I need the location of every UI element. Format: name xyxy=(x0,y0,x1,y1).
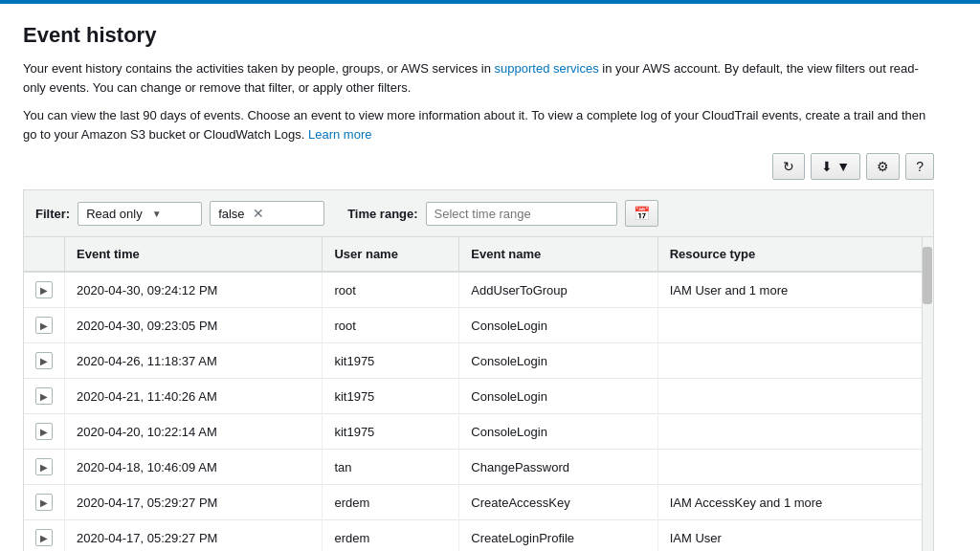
filter-selected-value: Read only xyxy=(86,207,143,221)
calendar-icon: 📅 xyxy=(634,206,650,221)
event-name-header: Event name xyxy=(459,237,657,272)
expand-row-button[interactable]: ▶ xyxy=(35,494,53,511)
resource-type-cell xyxy=(657,414,933,450)
expand-row-button[interactable]: ▶ xyxy=(35,529,53,546)
help-button[interactable]: ? xyxy=(905,153,934,180)
expand-cell: ▶ xyxy=(24,379,65,414)
chevron-down-icon: ▼ xyxy=(152,209,162,219)
time-range-label: Time range: xyxy=(347,207,417,221)
resource-type-cell xyxy=(657,308,933,343)
resource-type-cell: IAM AccessKey and 1 more xyxy=(657,485,933,520)
download-button[interactable]: ⬇ ▼ xyxy=(811,153,860,180)
supported-services-link[interactable]: supported services xyxy=(495,61,599,76)
event-time-cell: 2020-04-26, 11:18:37 AM xyxy=(65,343,323,379)
table-row[interactable]: ▶ 2020-04-26, 11:18:37 AM kit1975 Consol… xyxy=(24,343,933,379)
settings-button[interactable]: ⚙ xyxy=(866,153,900,180)
description-2: You can view the last 90 days of events.… xyxy=(23,106,934,143)
description-1: Your event history contains the activiti… xyxy=(23,59,934,97)
expand-row-button[interactable]: ▶ xyxy=(35,352,53,369)
filter-value-box: false ✕ xyxy=(210,201,324,226)
user-name-cell: kit1975 xyxy=(323,343,459,379)
calendar-button[interactable]: 📅 xyxy=(625,200,658,227)
event-time-header: Event time xyxy=(65,237,323,272)
user-name-cell: root xyxy=(323,272,459,308)
expand-cell: ▶ xyxy=(24,485,65,520)
user-name-cell: erdem xyxy=(323,520,459,552)
filter-value-text: false xyxy=(218,207,244,221)
download-arrow-icon: ▼ xyxy=(836,159,850,174)
expand-cell: ▶ xyxy=(24,272,65,308)
help-icon: ? xyxy=(916,159,924,174)
page-title: Event history xyxy=(23,23,934,48)
event-name-cell: ConsoleLogin xyxy=(459,308,657,343)
resource-type-cell: IAM User and 1 more xyxy=(657,272,933,308)
user-name-cell: root xyxy=(323,308,459,343)
table-row[interactable]: ▶ 2020-04-18, 10:46:09 AM tan ChangePass… xyxy=(24,450,933,485)
expand-row-button[interactable]: ▶ xyxy=(35,423,53,440)
resource-type-cell: IAM User xyxy=(657,520,933,552)
expand-cell: ▶ xyxy=(24,414,65,450)
event-time-cell: 2020-04-20, 10:22:14 AM xyxy=(65,414,323,450)
event-time-cell: 2020-04-30, 09:23:05 PM xyxy=(65,308,323,343)
event-name-cell: CreateAccessKey xyxy=(459,485,657,520)
scrollbar[interactable] xyxy=(922,237,933,551)
expand-row-button[interactable]: ▶ xyxy=(35,458,53,475)
resource-type-cell xyxy=(657,450,933,485)
event-name-cell: ConsoleLogin xyxy=(459,343,657,379)
filter-dropdown[interactable]: Read only ▼ xyxy=(78,202,202,226)
event-name-cell: ConsoleLogin xyxy=(459,414,657,450)
table-row[interactable]: ▶ 2020-04-17, 05:29:27 PM erdem CreateLo… xyxy=(24,520,933,552)
expand-cell: ▶ xyxy=(24,343,65,379)
table-row[interactable]: ▶ 2020-04-30, 09:24:12 PM root AddUserTo… xyxy=(24,272,933,308)
event-name-cell: ConsoleLogin xyxy=(459,379,657,414)
clear-filter-button[interactable]: ✕ xyxy=(251,206,266,221)
expand-column-header xyxy=(24,237,65,272)
download-icon: ⬇ xyxy=(821,159,833,174)
event-time-cell: 2020-04-17, 05:29:27 PM xyxy=(65,485,323,520)
event-table: Event time User name Event name Resource… xyxy=(24,237,933,551)
resource-type-cell xyxy=(657,379,933,414)
expand-cell: ▶ xyxy=(24,520,65,552)
event-name-cell: CreateLoginProfile xyxy=(459,520,657,552)
user-name-cell: kit1975 xyxy=(323,379,459,414)
user-name-header: User name xyxy=(323,237,459,272)
toolbar: ↻ ⬇ ▼ ⚙ ? xyxy=(23,153,934,180)
expand-row-button[interactable]: ▶ xyxy=(35,281,53,298)
event-time-cell: 2020-04-21, 11:40:26 AM xyxy=(65,379,323,414)
table-row[interactable]: ▶ 2020-04-21, 11:40:26 AM kit1975 Consol… xyxy=(24,379,933,414)
resource-type-header: Resource type xyxy=(657,237,933,272)
refresh-icon: ↻ xyxy=(783,159,794,174)
user-name-cell: kit1975 xyxy=(323,414,459,450)
user-name-cell: tan xyxy=(323,450,459,485)
settings-icon: ⚙ xyxy=(877,159,889,174)
table-row[interactable]: ▶ 2020-04-20, 10:22:14 AM kit1975 Consol… xyxy=(24,414,933,450)
event-name-cell: ChangePassword xyxy=(459,450,657,485)
filter-bar: Filter: Read only ▼ false ✕ Time range: … xyxy=(23,189,934,236)
refresh-button[interactable]: ↻ xyxy=(772,153,805,180)
event-time-cell: 2020-04-30, 09:24:12 PM xyxy=(65,272,323,308)
expand-row-button[interactable]: ▶ xyxy=(35,317,53,334)
time-range-input[interactable] xyxy=(426,202,617,226)
event-time-cell: 2020-04-17, 05:29:27 PM xyxy=(65,520,323,552)
expand-row-button[interactable]: ▶ xyxy=(35,387,53,405)
filter-label: Filter: xyxy=(35,207,70,221)
user-name-cell: erdem xyxy=(323,485,459,520)
expand-cell: ▶ xyxy=(24,450,65,485)
table-header-row: Event time User name Event name Resource… xyxy=(24,237,933,272)
resource-type-cell xyxy=(657,343,933,379)
table-row[interactable]: ▶ 2020-04-17, 05:29:27 PM erdem CreateAc… xyxy=(24,485,933,520)
learn-more-link[interactable]: Learn more xyxy=(308,127,371,142)
scrollbar-thumb xyxy=(923,247,932,304)
table-row[interactable]: ▶ 2020-04-30, 09:23:05 PM root ConsoleLo… xyxy=(24,308,933,343)
event-table-container: Event time User name Event name Resource… xyxy=(23,236,934,551)
event-time-cell: 2020-04-18, 10:46:09 AM xyxy=(65,450,323,485)
expand-cell: ▶ xyxy=(24,308,65,343)
event-name-cell: AddUserToGroup xyxy=(459,272,657,308)
